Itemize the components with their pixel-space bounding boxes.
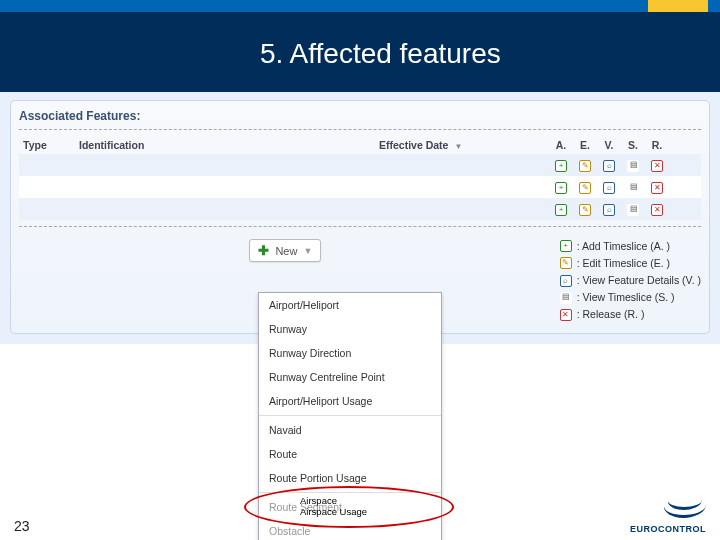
row-edit-button[interactable]: ✎	[573, 180, 597, 193]
add-icon: +	[560, 240, 572, 252]
legend-view: ⌕: View Feature Details (V. )	[558, 271, 701, 288]
close-icon: ✕	[651, 160, 663, 172]
row-release-button[interactable]: ✕	[645, 202, 669, 215]
legend-slice: ▤: View Timeslice (S. )	[558, 289, 701, 306]
legend: +: Add Timeslice (A. ) ✎: Edit Timeslice…	[552, 233, 701, 323]
col-e: E.	[573, 139, 597, 151]
col-type[interactable]: Type	[19, 139, 79, 151]
col-r: R.	[645, 139, 669, 151]
brand-logo: EUROCONTROL	[630, 496, 706, 534]
table-row: + ✎ ⌕ ▤ ✕	[19, 198, 701, 220]
view-icon: ⌕	[603, 182, 615, 194]
dd-runway[interactable]: Runway	[259, 317, 441, 341]
add-icon: +	[555, 182, 567, 194]
legend-release: ✕: Release (R. )	[558, 306, 701, 323]
dd-runway-centreline-point[interactable]: Runway Centreline Point	[259, 365, 441, 389]
caret-down-icon: ▼	[303, 246, 312, 256]
legend-add: +: Add Timeslice (A. )	[558, 237, 701, 254]
slice-icon: ▤	[627, 160, 639, 172]
view-icon: ⌕	[560, 275, 572, 287]
logo-mark-icon	[658, 496, 706, 524]
divider	[19, 226, 701, 227]
page-title: 5. Affected features	[260, 38, 501, 70]
row-edit-button[interactable]: ✎	[573, 202, 597, 215]
dd-navaid[interactable]: Navaid	[259, 418, 441, 442]
add-icon: +	[555, 160, 567, 172]
slide-header: 5. Affected features	[0, 0, 720, 92]
row-slice-button[interactable]: ▤	[621, 158, 645, 171]
add-icon: +	[555, 204, 567, 216]
panel-title: Associated Features:	[19, 107, 701, 127]
dropdown-separator	[259, 492, 441, 493]
view-icon: ⌕	[603, 160, 615, 172]
dropdown-separator	[259, 415, 441, 416]
table-row: + ✎ ⌕ ▤ ✕	[19, 176, 701, 198]
dd-airport-heliport-usage[interactable]: Airport/Heliport Usage	[259, 389, 441, 413]
dd-route[interactable]: Route	[259, 442, 441, 466]
plus-icon: ✚	[258, 243, 269, 258]
legend-slice-label: : View Timeslice (S. )	[577, 291, 675, 303]
legend-edit: ✎: Edit Timeslice (E. )	[558, 254, 701, 271]
row-view-button[interactable]: ⌕	[597, 158, 621, 171]
row-add-button[interactable]: +	[549, 180, 573, 193]
footer: 23 EUROCONTROL	[0, 496, 720, 534]
edit-icon: ✎	[579, 182, 591, 194]
edit-icon: ✎	[560, 257, 572, 269]
edit-icon: ✎	[579, 204, 591, 216]
legend-edit-label: : Edit Timeslice (E. )	[577, 257, 670, 269]
slice-icon: ▤	[627, 182, 639, 194]
divider	[19, 129, 701, 130]
col-effective-date[interactable]: Effective Date ▼	[379, 139, 549, 151]
legend-add-label: : Add Timeslice (A. )	[577, 240, 670, 252]
row-edit-button[interactable]: ✎	[573, 158, 597, 171]
col-identification[interactable]: Identification	[79, 139, 379, 151]
row-view-button[interactable]: ⌕	[597, 202, 621, 215]
row-slice-button[interactable]: ▤	[621, 180, 645, 193]
row-add-button[interactable]: +	[549, 202, 573, 215]
sort-desc-icon: ▼	[454, 142, 462, 151]
dd-airport-heliport[interactable]: Airport/Heliport	[259, 293, 441, 317]
col-s: S.	[621, 139, 645, 151]
row-release-button[interactable]: ✕	[645, 180, 669, 193]
dd-runway-direction[interactable]: Runway Direction	[259, 341, 441, 365]
edit-icon: ✎	[579, 160, 591, 172]
table-row: + ✎ ⌕ ▤ ✕	[19, 154, 701, 176]
page-number: 23	[14, 518, 30, 534]
row-release-button[interactable]: ✕	[645, 158, 669, 171]
brand-name: EUROCONTROL	[630, 524, 706, 534]
legend-view-label: : View Feature Details (V. )	[577, 274, 701, 286]
col-v: V.	[597, 139, 621, 151]
slice-icon: ▤	[560, 292, 572, 304]
col-effective-label: Effective Date	[379, 139, 448, 151]
row-slice-button[interactable]: ▤	[621, 202, 645, 215]
new-button-label: New	[275, 245, 297, 257]
row-add-button[interactable]: +	[549, 158, 573, 171]
banner-accent	[648, 0, 708, 12]
new-button[interactable]: ✚ New ▼	[249, 239, 321, 262]
banner-top-stripe	[0, 0, 720, 12]
close-icon: ✕	[651, 182, 663, 194]
col-a: A.	[549, 139, 573, 151]
slice-icon: ▤	[627, 204, 639, 216]
close-icon: ✕	[560, 309, 572, 321]
view-icon: ⌕	[603, 204, 615, 216]
table-header: Type Identification Effective Date ▼ A. …	[19, 136, 701, 154]
legend-release-label: : Release (R. )	[577, 308, 645, 320]
close-icon: ✕	[651, 204, 663, 216]
dd-route-portion-usage[interactable]: Route Portion Usage	[259, 466, 441, 490]
row-view-button[interactable]: ⌕	[597, 180, 621, 193]
